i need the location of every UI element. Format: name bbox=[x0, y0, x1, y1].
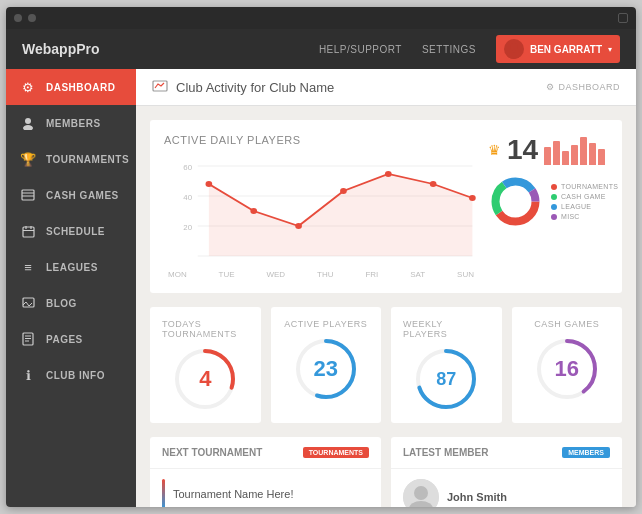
bottom-row: Next Tournament TOURNAMENTS Tournament N… bbox=[150, 437, 622, 507]
circle-stat-2: 87 bbox=[414, 347, 478, 411]
cash-games-icon bbox=[20, 187, 36, 203]
small-bar-chart bbox=[544, 135, 605, 165]
title-bar-expand[interactable] bbox=[618, 13, 628, 23]
line-chart-container: 60 40 20 bbox=[164, 156, 478, 266]
sidebar-item-pages[interactable]: PAGES bbox=[6, 321, 136, 357]
content-area: Club Activity for Club Name ⚙ DASHBOARD … bbox=[136, 69, 636, 507]
stat-card-active-players: Active Players 23 bbox=[271, 307, 382, 423]
bar-2 bbox=[553, 141, 560, 165]
sidebar-item-dashboard[interactable]: ⚙ DASHBOARD bbox=[6, 69, 136, 105]
bar-4 bbox=[571, 145, 578, 165]
help-support-link[interactable]: HELP/SUPPORT bbox=[319, 44, 402, 55]
stat-label-0: Todays Tournaments bbox=[162, 319, 249, 339]
club-info-icon: ℹ bbox=[20, 367, 36, 383]
member-name: John Smith bbox=[447, 491, 507, 503]
circle-value-0: 4 bbox=[199, 366, 211, 392]
chart-labels: MON TUE WED THU FRI SAT SUN bbox=[164, 270, 478, 279]
chevron-down-icon: ▾ bbox=[608, 45, 612, 54]
tournament-badge: TOURNAMENTS bbox=[303, 447, 369, 458]
content-title: Club Activity for Club Name bbox=[176, 80, 546, 95]
sidebar-label-club-info: CLUB INFO bbox=[46, 370, 105, 381]
day-label-fri: FRI bbox=[365, 270, 378, 279]
legend-misc: MISC bbox=[551, 213, 618, 220]
svg-point-29 bbox=[430, 181, 437, 187]
line-chart: 60 40 20 bbox=[164, 156, 478, 266]
sidebar-label-cash-games: CASH GAMES bbox=[46, 190, 119, 201]
svg-text:60: 60 bbox=[183, 163, 192, 171]
bar-3 bbox=[562, 151, 569, 165]
legend-label-league: LEAGUE bbox=[561, 203, 591, 210]
day-label-sun: SUN bbox=[457, 270, 474, 279]
bottom-card-title-tournament: Next Tournament bbox=[162, 447, 262, 458]
day-label-tue: TUE bbox=[219, 270, 235, 279]
legend-dot-league bbox=[551, 204, 557, 210]
title-bar bbox=[6, 7, 636, 29]
svg-point-27 bbox=[340, 188, 347, 194]
svg-rect-7 bbox=[23, 227, 34, 237]
legend-label-misc: MISC bbox=[561, 213, 580, 220]
svg-point-25 bbox=[250, 208, 257, 214]
circle-stat-3: 16 bbox=[535, 337, 599, 401]
legend-dot-misc bbox=[551, 214, 557, 220]
chart-title: Active Daily Players bbox=[164, 134, 478, 146]
bottom-card-body-tournament: Tournament Name Here! bbox=[150, 469, 381, 507]
svg-point-3 bbox=[23, 125, 33, 130]
chart-icon bbox=[152, 79, 168, 95]
bar-1 bbox=[544, 147, 551, 165]
stat-label-2: Weekly Players bbox=[403, 319, 490, 339]
bottom-card-header-member: Latest Member MEMBERS bbox=[391, 437, 622, 469]
legend-tournaments: TOURNAMENTS bbox=[551, 183, 618, 190]
sidebar-item-blog[interactable]: BLOG bbox=[6, 285, 136, 321]
settings-link[interactable]: SETTINGS bbox=[422, 44, 476, 55]
sidebar-item-cash-games[interactable]: CASH GAMES bbox=[6, 177, 136, 213]
sidebar-item-schedule[interactable]: SCHEDULE bbox=[6, 213, 136, 249]
legend-label-tournaments: TOURNAMENTS bbox=[561, 183, 618, 190]
stat-card-weekly-players: Weekly Players 87 bbox=[391, 307, 502, 423]
sidebar-item-club-info[interactable]: ℹ CLUB INFO bbox=[6, 357, 136, 393]
day-label-mon: MON bbox=[168, 270, 187, 279]
legend-dot-tournaments bbox=[551, 184, 557, 190]
bottom-card-header-tournament: Next Tournament TOURNAMENTS bbox=[150, 437, 381, 469]
stat-label-3: Cash Games bbox=[534, 319, 599, 329]
day-label-wed: WED bbox=[266, 270, 285, 279]
colored-bar bbox=[162, 479, 165, 507]
user-menu[interactable]: BEN GARRATT ▾ bbox=[496, 35, 620, 63]
sidebar-label-leagues: LEAGUES bbox=[46, 262, 98, 273]
donut-legend: TOURNAMENTS CASH GAME LEAGUE bbox=[551, 183, 618, 220]
sidebar-label-pages: PAGES bbox=[46, 334, 83, 345]
stat-label-1: Active Players bbox=[284, 319, 367, 329]
bottom-card-title-member: Latest Member bbox=[403, 447, 488, 458]
circle-stat-1: 23 bbox=[294, 337, 358, 401]
breadcrumb-icon: ⚙ bbox=[546, 82, 555, 92]
svg-point-35 bbox=[503, 189, 529, 215]
legend-label-cash-game: CASH GAME bbox=[561, 193, 606, 200]
stats-row: Todays Tournaments 4 Active P bbox=[150, 307, 622, 423]
content-header: Club Activity for Club Name ⚙ DASHBOARD bbox=[136, 69, 636, 106]
leagues-icon: ≡ bbox=[20, 259, 36, 275]
stat-card-cash-games: Cash Games 16 bbox=[512, 307, 623, 423]
crown-icon: ♛ bbox=[488, 142, 501, 158]
bottom-card-tournament: Next Tournament TOURNAMENTS Tournament N… bbox=[150, 437, 381, 507]
app-window: WebappPro HELP/SUPPORT SETTINGS BEN GARR… bbox=[6, 7, 636, 507]
svg-point-1 bbox=[507, 52, 521, 59]
sidebar: ⚙ DASHBOARD MEMBERS 🏆 TOURNAMENTS bbox=[6, 69, 136, 507]
circle-value-2: 87 bbox=[436, 369, 456, 390]
svg-point-30 bbox=[469, 195, 476, 201]
legend-cash-game: CASH GAME bbox=[551, 193, 618, 200]
sidebar-label-dashboard: DASHBOARD bbox=[46, 82, 116, 93]
bar-7 bbox=[598, 149, 605, 165]
sidebar-item-leagues[interactable]: ≡ LEAGUES bbox=[6, 249, 136, 285]
app-layout: WebappPro HELP/SUPPORT SETTINGS BEN GARR… bbox=[6, 29, 636, 507]
main-layout: ⚙ DASHBOARD MEMBERS 🏆 TOURNAMENTS bbox=[6, 69, 636, 507]
sidebar-item-members[interactable]: MEMBERS bbox=[6, 105, 136, 141]
member-avatar bbox=[403, 479, 439, 507]
sidebar-item-tournaments[interactable]: 🏆 TOURNAMENTS bbox=[6, 141, 136, 177]
top-nav: WebappPro HELP/SUPPORT SETTINGS BEN GARR… bbox=[6, 29, 636, 69]
bottom-card-member: Latest Member MEMBERS bbox=[391, 437, 622, 507]
sidebar-label-members: MEMBERS bbox=[46, 118, 101, 129]
svg-rect-4 bbox=[22, 190, 34, 200]
title-bar-btn-1 bbox=[14, 14, 22, 22]
sidebar-label-blog: BLOG bbox=[46, 298, 77, 309]
legend-league: LEAGUE bbox=[551, 203, 618, 210]
svg-text:40: 40 bbox=[183, 193, 192, 201]
